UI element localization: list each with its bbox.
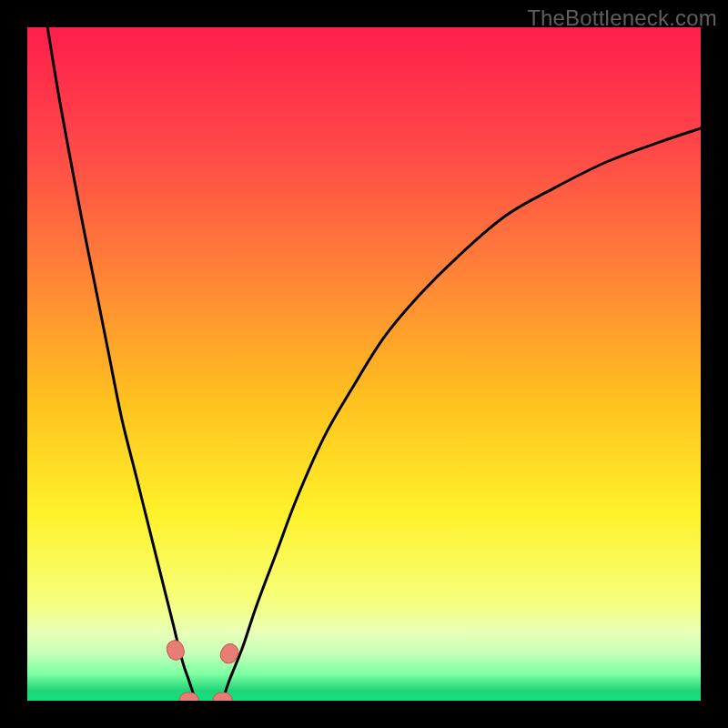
- gradient-background: [27, 27, 701, 701]
- plot-area: [27, 27, 701, 701]
- plot-svg: [27, 27, 701, 701]
- chart-frame: TheBottleneck.com: [0, 0, 728, 728]
- watermark-text: TheBottleneck.com: [527, 5, 717, 31]
